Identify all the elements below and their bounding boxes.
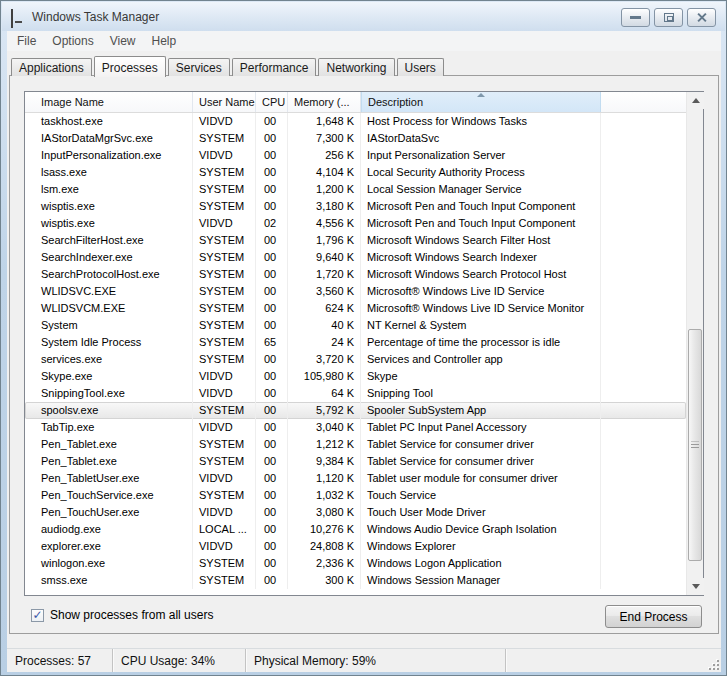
table-row[interactable]: spoolsv.exe SYSTEM 00 5,792 K Spooler Su… (25, 402, 686, 419)
cell-memory: 1,032 K (288, 487, 361, 504)
cell-memory: 300 K (288, 572, 361, 589)
cell-user-name: VIDVD (193, 215, 256, 232)
tab-applications[interactable]: Applications (11, 58, 92, 76)
table-row[interactable]: SearchProtocolHost.exe SYSTEM 00 1,720 K… (25, 266, 686, 283)
cell-image-name: Pen_TabletUser.exe (25, 470, 193, 487)
cell-description: Spooler SubSystem App (361, 402, 601, 419)
cell-image-name: spoolsv.exe (25, 402, 193, 419)
tab-processes[interactable]: Processes (94, 56, 166, 77)
cell-cpu: 00 (256, 283, 288, 300)
cell-user-name: VIDVD (193, 504, 256, 521)
cell-cpu: 00 (256, 402, 288, 419)
table-row[interactable]: audiodg.exe LOCAL ... 00 10,276 K Window… (25, 521, 686, 538)
processes-tab-panel: Image Name User Name CPU Memory (... Des… (9, 75, 719, 634)
vertical-scrollbar[interactable] (686, 92, 703, 595)
table-row[interactable]: lsm.exe SYSTEM 00 1,200 K Local Session … (25, 181, 686, 198)
cell-memory: 7,300 K (288, 130, 361, 147)
menu-item-help[interactable]: Help (144, 31, 185, 51)
table-row[interactable]: System Idle Process SYSTEM 65 24 K Perce… (25, 334, 686, 351)
cell-cpu: 00 (256, 351, 288, 368)
cell-user-name: SYSTEM (193, 555, 256, 572)
menu-item-options[interactable]: Options (44, 31, 101, 51)
table-row[interactable]: SnippingTool.exe VIDVD 00 64 K Snipping … (25, 385, 686, 402)
table-row[interactable]: System SYSTEM 00 40 K NT Kernel & System (25, 317, 686, 334)
cell-cpu: 00 (256, 470, 288, 487)
close-icon (696, 12, 707, 23)
table-row[interactable]: Pen_Tablet.exe SYSTEM 00 1,212 K Tablet … (25, 436, 686, 453)
column-header-filler (601, 92, 686, 112)
table-row[interactable]: explorer.exe VIDVD 00 24,808 K Windows E… (25, 538, 686, 555)
table-row[interactable]: IAStorDataMgrSvc.exe SYSTEM 00 7,300 K I… (25, 130, 686, 147)
table-row[interactable]: Pen_TabletUser.exe VIDVD 00 1,120 K Tabl… (25, 470, 686, 487)
tab-services[interactable]: Services (168, 58, 230, 76)
table-row[interactable]: SearchIndexer.exe SYSTEM 00 9,640 K Micr… (25, 249, 686, 266)
table-row[interactable]: WLIDSVCM.EXE SYSTEM 00 624 K Microsoft® … (25, 300, 686, 317)
cell-description: Windows Audio Device Graph Isolation (361, 521, 601, 538)
status-physical-memory: Physical Memory: 59% (246, 649, 506, 672)
end-process-button[interactable]: End Process (605, 605, 702, 628)
minimize-button[interactable] (621, 8, 650, 27)
maximize-button[interactable] (654, 8, 683, 27)
cell-filler (601, 249, 686, 266)
cell-memory: 1,200 K (288, 181, 361, 198)
cell-memory: 24,808 K (288, 538, 361, 555)
column-header-user-name[interactable]: User Name (193, 92, 256, 112)
table-row[interactable]: wisptis.exe SYSTEM 00 3,180 K Microsoft … (25, 198, 686, 215)
cell-description: Host Process for Windows Tasks (361, 113, 601, 130)
cell-description: Microsoft Windows Search Protocol Host (361, 266, 601, 283)
menu-item-file[interactable]: File (9, 31, 44, 51)
cell-memory: 3,040 K (288, 419, 361, 436)
column-header-description[interactable]: Description (361, 92, 601, 112)
menu-item-view[interactable]: View (102, 31, 144, 51)
resize-grip[interactable] (707, 658, 719, 670)
scroll-up-button[interactable] (687, 92, 704, 109)
table-row[interactable]: Pen_TouchUser.exe VIDVD 00 3,080 K Touch… (25, 504, 686, 521)
process-list: Image Name User Name CPU Memory (... Des… (24, 91, 704, 596)
table-row[interactable]: Pen_TouchService.exe SYSTEM 00 1,032 K T… (25, 487, 686, 504)
tab-networking[interactable]: Networking (318, 58, 394, 76)
scroll-down-button[interactable] (687, 578, 704, 595)
cell-filler (601, 368, 686, 385)
table-row[interactable]: Pen_Tablet.exe SYSTEM 00 9,384 K Tablet … (25, 453, 686, 470)
cell-memory: 64 K (288, 385, 361, 402)
cell-description: Skype (361, 368, 601, 385)
sort-ascending-icon (477, 93, 485, 97)
table-row[interactable]: Skype.exe VIDVD 00 105,980 K Skype (25, 368, 686, 385)
check-icon: ✓ (32, 610, 42, 620)
table-row[interactable]: services.exe SYSTEM 00 3,720 K Services … (25, 351, 686, 368)
cell-user-name: SYSTEM (193, 181, 256, 198)
table-row[interactable]: winlogon.exe SYSTEM 00 2,336 K Windows L… (25, 555, 686, 572)
table-row[interactable]: lsass.exe SYSTEM 00 4,104 K Local Securi… (25, 164, 686, 181)
cell-cpu: 00 (256, 317, 288, 334)
table-row[interactable]: taskhost.exe VIDVD 00 1,648 K Host Proce… (25, 113, 686, 130)
cell-description: Windows Session Manager (361, 572, 601, 589)
cell-image-name: IAStorDataMgrSvc.exe (25, 130, 193, 147)
cell-memory: 1,720 K (288, 266, 361, 283)
show-all-users-label: Show processes from all users (50, 608, 213, 622)
cell-memory: 9,384 K (288, 453, 361, 470)
column-header-memory[interactable]: Memory (... (288, 92, 361, 112)
cell-image-name: Skype.exe (25, 368, 193, 385)
cell-description: Local Session Manager Service (361, 181, 601, 198)
scrollbar-thumb[interactable] (688, 329, 702, 561)
column-header-image-name[interactable]: Image Name (25, 92, 193, 112)
table-row[interactable]: TabTip.exe VIDVD 00 3,040 K Tablet PC In… (25, 419, 686, 436)
table-row[interactable]: SearchFilterHost.exe SYSTEM 00 1,796 K M… (25, 232, 686, 249)
cell-memory: 1,648 K (288, 113, 361, 130)
cell-cpu: 00 (256, 198, 288, 215)
column-header-cpu[interactable]: CPU (256, 92, 288, 112)
cell-description: Microsoft Pen and Touch Input Component (361, 198, 601, 215)
cell-user-name: SYSTEM (193, 436, 256, 453)
table-row[interactable]: InputPersonalization.exe VIDVD 00 256 K … (25, 147, 686, 164)
cell-description: Microsoft Pen and Touch Input Component (361, 215, 601, 232)
tab-users[interactable]: Users (397, 58, 444, 76)
close-button[interactable] (687, 8, 716, 27)
cell-filler (601, 266, 686, 283)
table-row[interactable]: WLIDSVC.EXE SYSTEM 00 3,560 K Microsoft®… (25, 283, 686, 300)
tab-performance[interactable]: Performance (232, 58, 317, 76)
show-all-users-checkbox[interactable]: ✓ (31, 609, 44, 622)
table-row[interactable]: smss.exe SYSTEM 00 300 K Windows Session… (25, 572, 686, 589)
process-list-header: Image Name User Name CPU Memory (... Des… (25, 92, 686, 113)
cell-filler (601, 283, 686, 300)
table-row[interactable]: wisptis.exe VIDVD 02 4,556 K Microsoft P… (25, 215, 686, 232)
